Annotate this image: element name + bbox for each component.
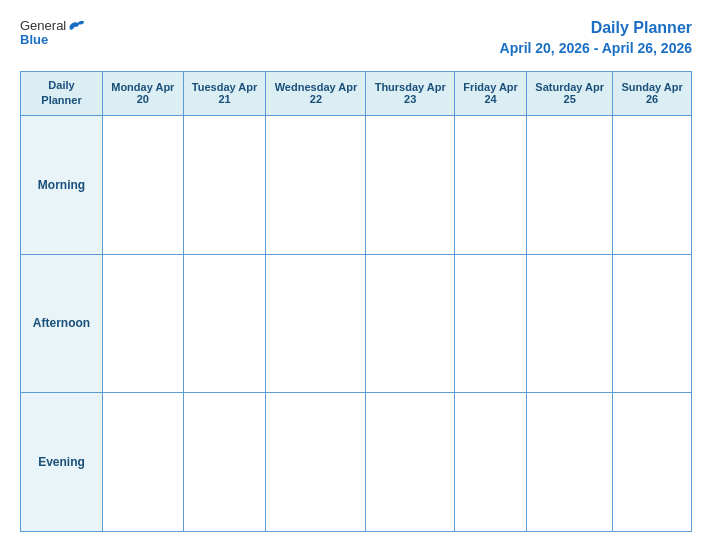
logo-general-text: General <box>20 18 66 33</box>
page: General Blue Daily Planner April 20, 202… <box>0 0 712 550</box>
cell-evening-thursday[interactable] <box>366 393 455 532</box>
cell-evening-wednesday[interactable] <box>266 393 366 532</box>
col-header-friday: Friday Apr 24 <box>455 71 527 115</box>
date-range: April 20, 2026 - April 26, 2026 <box>500 39 692 57</box>
cell-morning-wednesday[interactable] <box>266 115 366 254</box>
col-header-tuesday: Tuesday Apr 21 <box>183 71 266 115</box>
day-name-saturday: Saturday <box>535 81 582 93</box>
page-title: Daily Planner <box>500 18 692 39</box>
time-label-afternoon: Afternoon <box>21 254 103 393</box>
cell-evening-saturday[interactable] <box>527 393 613 532</box>
label-line2: Planner <box>41 94 81 106</box>
col-header-wednesday: Wednesday Apr 22 <box>266 71 366 115</box>
cell-morning-sunday[interactable] <box>613 115 692 254</box>
day-name-thursday: Thursday <box>375 81 425 93</box>
row-afternoon: Afternoon <box>21 254 692 393</box>
cell-afternoon-wednesday[interactable] <box>266 254 366 393</box>
day-name-sunday: Sunday <box>621 81 661 93</box>
cell-morning-friday[interactable] <box>455 115 527 254</box>
cell-evening-sunday[interactable] <box>613 393 692 532</box>
cell-afternoon-sunday[interactable] <box>613 254 692 393</box>
label-line1: Daily <box>48 79 74 91</box>
cell-afternoon-friday[interactable] <box>455 254 527 393</box>
col-header-thursday: Thursday Apr 23 <box>366 71 455 115</box>
time-label-morning: Morning <box>21 115 103 254</box>
day-name-friday: Friday <box>463 81 496 93</box>
cell-evening-friday[interactable] <box>455 393 527 532</box>
cell-afternoon-monday[interactable] <box>103 254 184 393</box>
header: General Blue Daily Planner April 20, 202… <box>20 18 692 57</box>
cell-evening-tuesday[interactable] <box>183 393 266 532</box>
row-morning: Morning <box>21 115 692 254</box>
cell-morning-tuesday[interactable] <box>183 115 266 254</box>
day-name-monday: Monday <box>111 81 153 93</box>
calendar-table: Daily Planner Monday Apr 20 Tuesday Apr … <box>20 71 692 532</box>
logo-bird-icon <box>68 19 86 33</box>
title-area: Daily Planner April 20, 2026 - April 26,… <box>500 18 692 57</box>
logo-blue-text: Blue <box>20 32 48 47</box>
day-name-tuesday: Tuesday <box>192 81 236 93</box>
col-header-sunday: Sunday Apr 26 <box>613 71 692 115</box>
cell-afternoon-tuesday[interactable] <box>183 254 266 393</box>
day-name-wednesday: Wednesday <box>275 81 336 93</box>
cell-afternoon-saturday[interactable] <box>527 254 613 393</box>
cell-morning-thursday[interactable] <box>366 115 455 254</box>
col-header-saturday: Saturday Apr 25 <box>527 71 613 115</box>
cell-morning-monday[interactable] <box>103 115 184 254</box>
cell-morning-saturday[interactable] <box>527 115 613 254</box>
cell-evening-monday[interactable] <box>103 393 184 532</box>
col-header-label: Daily Planner <box>21 71 103 115</box>
time-label-evening: Evening <box>21 393 103 532</box>
logo-text: General <box>20 18 86 33</box>
logo-area: General Blue <box>20 18 86 47</box>
row-evening: Evening <box>21 393 692 532</box>
col-header-monday: Monday Apr 20 <box>103 71 184 115</box>
cell-afternoon-thursday[interactable] <box>366 254 455 393</box>
